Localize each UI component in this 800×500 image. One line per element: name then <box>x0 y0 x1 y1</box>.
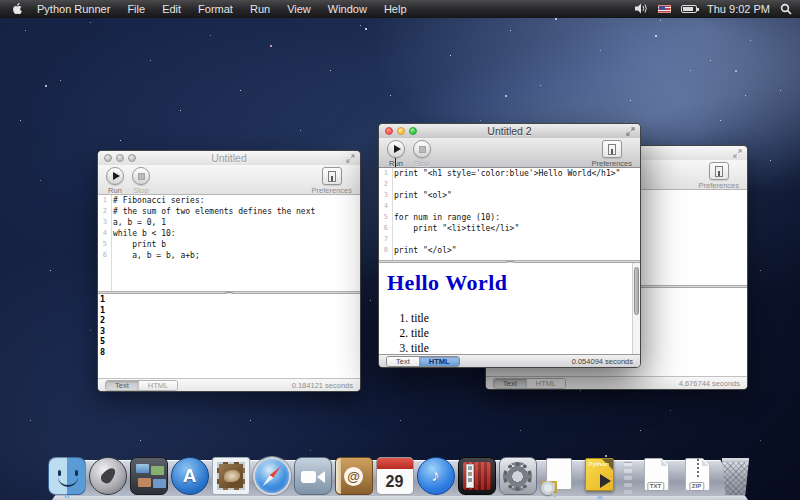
center-window-titlebar[interactable]: Untitled 2 <box>379 124 640 138</box>
code-text: a, b = 0, 1 <box>110 217 166 228</box>
scrollbar-thumb[interactable] <box>634 267 639 315</box>
dock-icon-app-store[interactable]: A <box>171 457 209 495</box>
preferences-label: Preferences <box>592 159 632 168</box>
menu-item[interactable]: Python Runner <box>37 3 110 15</box>
running-indicator <box>64 495 69 498</box>
dock-icon-zip-file[interactable]: ZIP <box>678 457 716 495</box>
code-text: print "<ol>" <box>391 190 452 201</box>
left-output-pane[interactable]: 112358 <box>98 294 360 378</box>
battery-icon[interactable] <box>681 5 697 13</box>
output-line: 8 <box>98 347 360 358</box>
center-html-output-pane[interactable]: Hello World titletitletitletitletitletit… <box>379 263 640 354</box>
menu-item[interactable]: Format <box>198 3 233 15</box>
run-time-label: 0.054094 seconds <box>572 357 633 366</box>
code-text: print "<li>title</li>" <box>391 223 519 234</box>
code-line: 3a, b = 0, 1 <box>98 217 360 228</box>
menu-item[interactable]: Window <box>328 3 367 15</box>
dock-icon-ical[interactable]: 29 <box>376 457 414 495</box>
close-button[interactable] <box>385 127 393 135</box>
apple-menu-icon[interactable] <box>12 2 23 15</box>
output-scrollbar[interactable] <box>632 263 640 354</box>
preferences-icon <box>328 171 336 182</box>
segment-html[interactable]: HTML <box>526 379 565 388</box>
stop-button[interactable]: Stop <box>132 167 150 195</box>
menu-item[interactable]: View <box>287 3 311 15</box>
magnifier-icon <box>541 481 555 495</box>
spotlight-icon[interactable] <box>780 3 792 15</box>
segment-text[interactable]: Text <box>106 381 138 390</box>
dock-icon-itunes[interactable]: ♪ <box>417 457 455 495</box>
running-indicator <box>597 496 602 499</box>
run-button[interactable]: Run <box>387 140 405 168</box>
output-line: 5 <box>98 336 360 347</box>
code-line: 7 <box>379 234 640 245</box>
input-flag-icon[interactable] <box>658 5 671 13</box>
code-line: 3print "<ol>" <box>379 190 640 201</box>
menu-item[interactable]: File <box>127 3 145 15</box>
volume-icon[interactable] <box>635 3 648 14</box>
right-window-bottombar: Text HTML 4.676744 seconds <box>486 376 747 389</box>
segment-text[interactable]: Text <box>494 379 526 388</box>
menu-bar-clock[interactable]: Thu 9:02 PM <box>707 3 770 15</box>
code-text: while b < 10: <box>110 228 176 239</box>
menu-item[interactable]: Edit <box>162 3 181 15</box>
preferences-label: Preferences <box>699 181 739 190</box>
dock-icon-photo-booth[interactable] <box>458 457 496 495</box>
dock-icon-safari[interactable] <box>253 457 291 495</box>
left-window-titlebar[interactable]: Untitled <box>98 151 360 165</box>
run-time-label: 0.184121 seconds <box>292 381 353 390</box>
dock-icon-system-preferences[interactable] <box>499 457 537 495</box>
fullscreen-icon[interactable] <box>733 149 742 158</box>
code-line: 2# the sum of two elements defines the n… <box>98 206 360 217</box>
dock-icon-finder[interactable] <box>48 457 86 495</box>
dock-separator <box>622 459 634 495</box>
dock-icon-python-runner[interactable]: Python <box>581 457 619 495</box>
line-number: 2 <box>379 179 391 190</box>
text-caret <box>395 158 396 167</box>
line-number: 2 <box>98 206 110 217</box>
app-menus: Python RunnerFileEditFormatRunViewWindow… <box>37 3 424 15</box>
line-number: 1 <box>98 195 110 206</box>
line-number: 5 <box>98 239 110 250</box>
minimize-button[interactable] <box>397 127 405 135</box>
segment-html[interactable]: HTML <box>419 357 459 366</box>
menu-item[interactable]: Run <box>250 3 270 15</box>
dock-icon-mission-control[interactable] <box>130 457 168 495</box>
left-code-editor[interactable]: 1# Fibonacci series: 2# the sum of two e… <box>98 195 360 291</box>
preferences-button[interactable]: Preferences <box>592 140 632 168</box>
dock-icon-preview[interactable] <box>540 457 578 495</box>
code-line: 4 <box>379 201 640 212</box>
dock-icon-launchpad[interactable] <box>89 457 127 495</box>
preferences-button[interactable]: Preferences <box>312 167 352 195</box>
segment-html[interactable]: HTML <box>138 381 177 390</box>
left-window-toolbar: Run Stop Preferences <box>98 165 360 195</box>
fullscreen-icon[interactable] <box>346 154 355 163</box>
code-line: 5for num in range (10): <box>379 212 640 223</box>
menu-item[interactable]: Help <box>384 3 407 15</box>
center-window-bottombar: Text HTML 0.054094 seconds <box>379 354 640 367</box>
dock-icon-trash[interactable] <box>719 457 753 495</box>
dock-icon-address-book[interactable]: @ <box>335 457 373 495</box>
zoom-button[interactable] <box>409 127 417 135</box>
dock-icon-facetime[interactable] <box>294 457 332 495</box>
center-code-editor[interactable]: 1print "<h1 style='color:blue'>Hello Wor… <box>379 168 640 260</box>
traffic-lights <box>385 127 417 135</box>
fullscreen-icon[interactable] <box>626 127 635 136</box>
zoom-button[interactable] <box>128 154 136 162</box>
preferences-button[interactable]: Preferences <box>699 162 739 190</box>
segment-text[interactable]: Text <box>387 357 419 366</box>
play-badge-icon <box>600 474 611 488</box>
stop-button[interactable]: Stop <box>413 140 431 168</box>
run-button[interactable]: Run <box>106 167 124 195</box>
close-button[interactable] <box>104 154 112 162</box>
preferences-icon <box>715 166 723 177</box>
code-text: a, b = b, a+b; <box>110 250 200 261</box>
left-window: Untitled Run Stop Preferences 1# Fibonac… <box>97 150 361 392</box>
minimize-button[interactable] <box>116 154 124 162</box>
traffic-lights <box>104 154 136 162</box>
dock-icon-mail[interactable] <box>212 457 250 495</box>
itunes-note-glyph: ♪ <box>431 466 440 486</box>
right-output-mode-segmented: Text HTML <box>493 378 566 389</box>
dock-icon-txt-file[interactable]: TXT <box>637 457 675 495</box>
zip-label: ZIP <box>689 482 704 491</box>
